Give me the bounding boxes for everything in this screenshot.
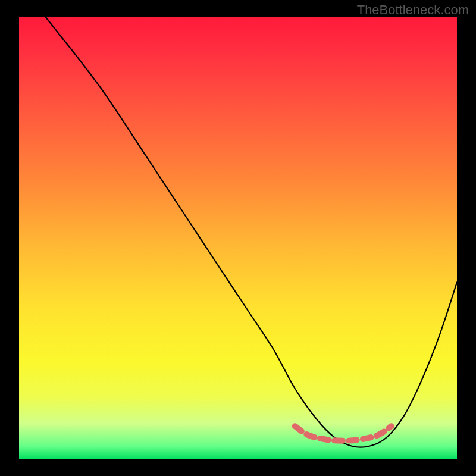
chart-plot-area xyxy=(19,17,457,459)
watermark-text: TheBottleneck.com xyxy=(357,2,469,18)
chart-svg xyxy=(19,17,457,459)
optimal-range-path xyxy=(295,426,392,441)
bottleneck-curve-path xyxy=(45,17,457,447)
